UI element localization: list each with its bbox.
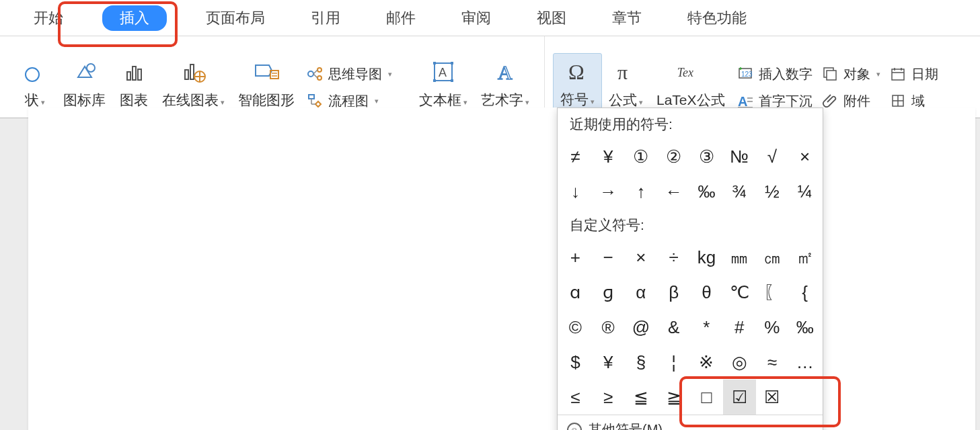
symbol-cell[interactable]: ③: [690, 139, 723, 174]
symbol-cell[interactable]: [788, 380, 821, 415]
symbol-cell[interactable]: @: [625, 310, 658, 345]
object-button[interactable]: 对象 ▾: [817, 62, 884, 85]
svg-marker-20: [315, 101, 321, 107]
symbol-cell[interactable]: ←: [657, 174, 690, 209]
symbol-cell[interactable]: ↓: [559, 174, 592, 209]
symbol-cell[interactable]: √: [756, 139, 789, 174]
tab-mail[interactable]: 邮件: [379, 5, 422, 31]
symbol-cell[interactable]: ≥: [592, 380, 625, 415]
chevron-down-icon: ▾: [876, 70, 880, 79]
chevron-down-icon: ▾: [525, 98, 529, 106]
symbol-cell[interactable]: ¼: [788, 174, 821, 209]
symbol-cell[interactable]: α: [625, 275, 658, 310]
symbol-cell[interactable]: ¦: [657, 345, 690, 380]
chart-label: 图表: [120, 91, 148, 110]
symbol-cell[interactable]: *: [690, 310, 723, 345]
tab-special[interactable]: 特色功能: [681, 5, 753, 31]
symbol-cell[interactable]: ©: [559, 310, 592, 345]
symbol-cell[interactable]: ≤: [559, 380, 592, 415]
chevron-down-icon: ▾: [375, 97, 379, 105]
symbol-cell[interactable]: $: [559, 345, 592, 380]
symbol-cell[interactable]: +: [559, 240, 592, 275]
date-button[interactable]: 日期: [884, 62, 942, 85]
symbol-cell[interactable]: β: [657, 275, 690, 310]
symbol-cell[interactable]: ↑: [625, 174, 658, 209]
svg-rect-5: [138, 69, 141, 80]
symbol-cell[interactable]: ¥: [592, 345, 625, 380]
svg-rect-28: [451, 79, 453, 82]
symbol-cell[interactable]: kg: [690, 240, 723, 275]
symbol-cell[interactable]: ※: [690, 345, 723, 380]
tab-start[interactable]: 开始: [27, 5, 70, 31]
recent-symbols-header: 近期使用的符号:: [558, 108, 823, 139]
symbol-cell[interactable]: →: [592, 174, 625, 209]
document-workspace: [0, 118, 980, 430]
symbol-cell[interactable]: ½: [756, 174, 789, 209]
tab-reference[interactable]: 引用: [304, 5, 347, 31]
symbol-cell[interactable]: ℃: [723, 275, 756, 310]
symbol-cell[interactable]: ≠: [559, 139, 592, 174]
mindmap-button[interactable]: 思维导图 ▾: [301, 62, 396, 85]
symbol-dropdown-panel: 近期使用的符号: ≠¥①②③№√×↓→↑←‰¾½¼ 自定义符号: +−×÷kg㎜…: [557, 108, 823, 430]
symbol-cell[interactable]: ≈: [756, 345, 789, 380]
svg-point-15: [317, 68, 322, 72]
tab-insert[interactable]: 插入: [102, 5, 167, 31]
symbol-cell[interactable]: θ: [690, 275, 723, 310]
symbol-cell[interactable]: ‰: [690, 174, 723, 209]
symbol-cell[interactable]: …: [788, 345, 821, 380]
symbol-cell[interactable]: ¥: [592, 139, 625, 174]
textbox-button[interactable]: A 文本框▾: [412, 54, 474, 112]
symbol-cell[interactable]: ㎝: [756, 240, 789, 275]
shapes-dropdown[interactable]: 状▾: [13, 54, 56, 112]
symbol-cell[interactable]: ☑: [723, 380, 756, 415]
chevron-down-icon: ▾: [639, 98, 643, 106]
formula-label: 公式: [609, 92, 637, 108]
object-icon: [821, 64, 839, 83]
smartart-button[interactable]: 智能图形: [231, 54, 301, 112]
symbol-button[interactable]: Ω 符号▾: [553, 53, 602, 112]
online-chart-button[interactable]: 在线图表▾: [155, 54, 231, 112]
symbol-cell[interactable]: ②: [657, 139, 690, 174]
symbol-cell[interactable]: &: [657, 310, 690, 345]
tab-view[interactable]: 视图: [530, 5, 573, 31]
symbol-cell[interactable]: ◎: [723, 345, 756, 380]
symbol-cell[interactable]: −: [592, 240, 625, 275]
symbol-cell[interactable]: □: [690, 380, 723, 415]
tab-page-layout[interactable]: 页面布局: [199, 5, 272, 31]
svg-text:123: 123: [741, 71, 753, 78]
symbol-cell[interactable]: ×: [788, 139, 821, 174]
symbol-cell[interactable]: ®: [592, 310, 625, 345]
tab-review[interactable]: 审阅: [455, 5, 498, 31]
more-symbols-row[interactable]: ☺ 其他符号(M)...: [558, 415, 823, 430]
symbol-cell[interactable]: ㎜: [723, 240, 756, 275]
symbol-cell[interactable]: ①: [625, 139, 658, 174]
icon-library-button[interactable]: 图标库: [56, 54, 112, 112]
formula-button[interactable]: π 公式▾: [602, 54, 650, 112]
tab-chapter[interactable]: 章节: [605, 5, 648, 31]
svg-rect-41: [892, 69, 904, 80]
symbol-cell[interactable]: #: [723, 310, 756, 345]
symbol-cell[interactable]: ¾: [723, 174, 756, 209]
symbol-cell[interactable]: ㎡: [788, 240, 821, 275]
chart-button[interactable]: 图表: [112, 54, 155, 112]
symbol-cell[interactable]: ɡ: [592, 275, 625, 310]
symbol-cell[interactable]: ≧: [657, 380, 690, 415]
symbol-cell[interactable]: ≦: [625, 380, 658, 415]
symbol-cell[interactable]: ÷: [657, 240, 690, 275]
symbol-cell[interactable]: 〖: [756, 275, 789, 310]
wordart-button[interactable]: A 艺术字▾: [474, 54, 536, 112]
chevron-down-icon: ▾: [388, 70, 392, 79]
symbol-cell[interactable]: ☒: [756, 380, 789, 415]
document-page[interactable]: [28, 108, 975, 430]
object-label: 对象: [843, 65, 870, 83]
recent-symbols-grid: ≠¥①②③№√×↓→↑←‰¾½¼: [558, 139, 823, 209]
symbol-cell[interactable]: ɑ: [559, 275, 592, 310]
latex-button[interactable]: Tex LaTeX公式: [650, 54, 732, 112]
symbol-cell[interactable]: ×: [625, 240, 658, 275]
symbol-cell[interactable]: {: [788, 275, 821, 310]
symbol-cell[interactable]: ‰: [788, 310, 821, 345]
symbol-cell[interactable]: №: [723, 139, 756, 174]
symbol-cell[interactable]: §: [625, 345, 658, 380]
insert-number-button[interactable]: 123 插入数字: [732, 62, 817, 85]
symbol-cell[interactable]: %: [756, 310, 789, 345]
